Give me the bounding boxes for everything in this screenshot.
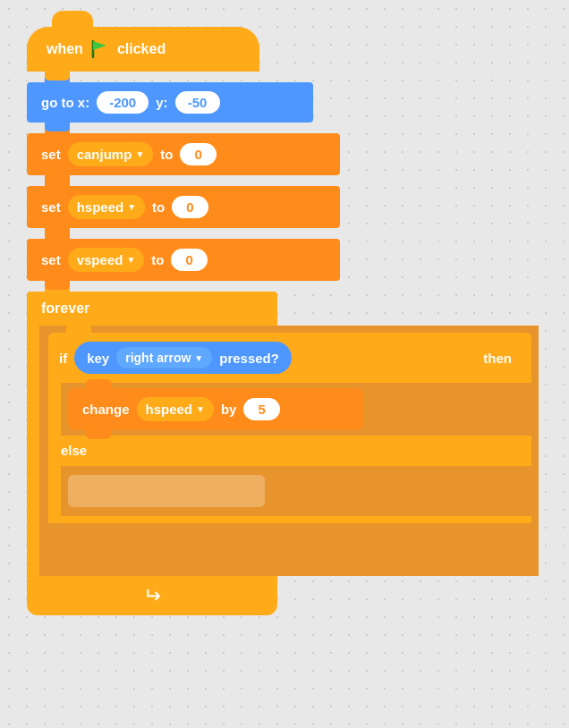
change-value[interactable]: 5 (243, 398, 279, 420)
else-label: else (61, 443, 87, 458)
forever-bottom: ↵ (27, 576, 277, 615)
goto-x-value[interactable]: -200 (97, 91, 149, 114)
set3-value[interactable]: 0 (171, 249, 207, 271)
svg-marker-1 (93, 41, 106, 50)
change-by-label: by (221, 402, 237, 417)
set2-label: set (41, 199, 61, 215)
else-bar: else (48, 436, 531, 466)
set-vspeed-block[interactable]: set vspeed ▼ to 0 (27, 239, 340, 281)
change-dropdown[interactable]: hspeed ▼ (137, 397, 214, 421)
change-block[interactable]: change hspeed ▼ by 5 (68, 388, 363, 430)
key-label: key (87, 351, 109, 366)
key-dropdown[interactable]: right arrow ▼ (116, 347, 212, 368)
forever-top[interactable]: forever (27, 292, 277, 326)
if-top[interactable]: if key right arrow ▼ pressed? then (48, 333, 531, 383)
set2-dropdown[interactable]: hspeed ▼ (68, 195, 145, 219)
goto-block[interactable]: go to x: -200 y: -50 (27, 82, 313, 123)
set1-label: set (41, 147, 61, 162)
scratch-blocks: when clicked go to x: -200 y: -50 (27, 27, 539, 615)
set1-value[interactable]: 0 (180, 143, 216, 165)
set2-value[interactable]: 0 (172, 196, 208, 218)
forever-arrow-icon: ↵ (143, 583, 161, 608)
then-label: then (483, 351, 521, 366)
key-pressed-condition[interactable]: key right arrow ▼ pressed? (74, 342, 292, 374)
clicked-label: clicked (117, 41, 166, 57)
change-label: change (82, 402, 130, 417)
pressed-label: pressed? (219, 351, 279, 366)
set3-dropdown[interactable]: vspeed ▼ (68, 248, 145, 272)
goto-label: go to x: (41, 95, 89, 110)
when-label: when (47, 41, 83, 57)
goto-y-value[interactable]: -50 (175, 91, 220, 114)
forever-label: forever (41, 301, 89, 317)
if-label: if (59, 351, 67, 366)
set1-dropdown[interactable]: canjump ▼ (68, 142, 154, 166)
else-empty-slot (68, 475, 265, 507)
set3-label: set (41, 252, 61, 267)
when-flag-block[interactable]: when clicked (27, 27, 259, 72)
set2-to: to (152, 199, 165, 215)
flag-icon (90, 39, 110, 59)
set3-to: to (151, 252, 164, 267)
set1-to: to (160, 147, 173, 162)
goto-y-label: y: (156, 95, 167, 110)
set-canjump-block[interactable]: set canjump ▼ to 0 (27, 133, 340, 175)
set-hspeed-block[interactable]: set hspeed ▼ to 0 (27, 186, 340, 228)
